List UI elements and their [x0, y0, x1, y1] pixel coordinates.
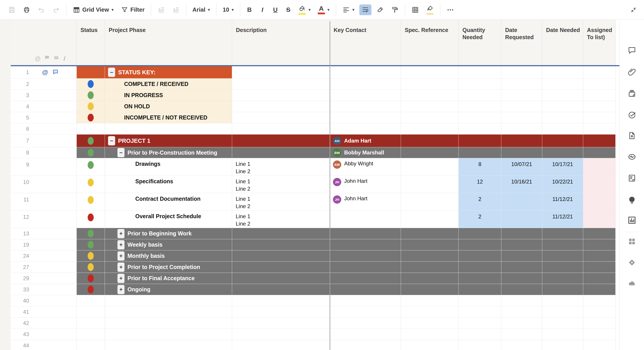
- cell-spec-reference[interactable]: [401, 295, 459, 306]
- row-handle[interactable]: 41: [11, 306, 77, 317]
- cell-status[interactable]: [77, 193, 105, 210]
- cell-date-needed[interactable]: [542, 250, 583, 261]
- cell-description[interactable]: [232, 228, 330, 239]
- cell-assigned-to[interactable]: [583, 250, 616, 261]
- cell-spec-reference[interactable]: [401, 135, 459, 147]
- row-handle[interactable]: 4: [11, 101, 77, 112]
- cell-date-needed[interactable]: [542, 273, 583, 284]
- cell-quantity-needed[interactable]: [459, 284, 501, 295]
- row-handle[interactable]: 1@: [11, 66, 77, 78]
- cell-assigned-to[interactable]: [583, 176, 616, 193]
- cell-status[interactable]: [77, 135, 105, 147]
- cell-assigned-to[interactable]: [583, 66, 616, 78]
- cell-spec-reference[interactable]: [401, 329, 459, 340]
- cell-date-needed[interactable]: 10/17/21: [542, 158, 583, 175]
- cell-spec-reference[interactable]: [401, 101, 459, 112]
- cell-status[interactable]: [77, 147, 105, 158]
- align-button[interactable]: ▾: [340, 5, 357, 15]
- cell-project-phase[interactable]: −Prior to Pre-Construction Meeting: [105, 147, 232, 158]
- cell-quantity-needed[interactable]: [459, 112, 501, 123]
- cell-assigned-to[interactable]: [583, 306, 616, 317]
- cell-assigned-to[interactable]: [583, 295, 616, 306]
- cell-description[interactable]: [232, 101, 330, 112]
- attachments-icon[interactable]: [628, 67, 636, 77]
- indent-button[interactable]: [170, 5, 182, 15]
- cell-date-needed[interactable]: [542, 329, 583, 340]
- row-handle[interactable]: 27: [11, 262, 77, 273]
- cell-assigned-to[interactable]: [583, 135, 616, 147]
- cell-date-needed[interactable]: 10/22/21: [542, 176, 583, 193]
- expand-row-button[interactable]: +: [118, 274, 124, 283]
- cell-description[interactable]: Line 1Line 2: [232, 158, 330, 175]
- row-handle[interactable]: 12: [11, 211, 77, 228]
- cell-project-phase[interactable]: INCOMPLETE / NOT RECEIVED: [105, 112, 232, 123]
- cell-key-contact[interactable]: [330, 79, 401, 90]
- cell-spec-reference[interactable]: [401, 193, 459, 210]
- row-handle[interactable]: 11: [11, 193, 77, 210]
- cell-date-requested[interactable]: [501, 66, 542, 78]
- view-selector-button[interactable]: Grid View▾: [70, 5, 116, 15]
- cell-quantity-needed[interactable]: 2: [459, 211, 501, 228]
- automations-icon[interactable]: [628, 111, 636, 120]
- cell-key-contact[interactable]: [330, 329, 401, 340]
- cell-description[interactable]: [232, 112, 330, 123]
- cell-assigned-to[interactable]: [583, 284, 616, 295]
- cell-key-contact[interactable]: [330, 273, 401, 284]
- cell-quantity-needed[interactable]: [459, 239, 501, 250]
- cell-description[interactable]: [232, 262, 330, 273]
- cell-description[interactable]: [232, 284, 330, 295]
- cell-spec-reference[interactable]: [401, 147, 459, 158]
- app-diamond-icon[interactable]: [628, 258, 636, 268]
- cell-project-phase[interactable]: −STATUS KEY:: [105, 66, 232, 78]
- cell-project-phase[interactable]: ON HOLD: [105, 101, 232, 112]
- cell-status[interactable]: [77, 306, 105, 317]
- cell-key-contact[interactable]: [330, 295, 401, 306]
- collapse-row-button[interactable]: −: [118, 148, 124, 157]
- cell-date-needed[interactable]: [542, 101, 583, 112]
- cell-status[interactable]: [77, 101, 105, 112]
- cell-status[interactable]: [77, 123, 105, 134]
- comment-icon[interactable]: [52, 69, 59, 76]
- cell-project-phase[interactable]: +Prior to Final Acceptance: [105, 273, 232, 284]
- cell-date-requested[interactable]: [501, 112, 542, 123]
- cell-status[interactable]: [77, 250, 105, 261]
- cell-date-requested[interactable]: [501, 329, 542, 340]
- cell-key-contact[interactable]: [330, 284, 401, 295]
- redo-button[interactable]: [50, 5, 62, 15]
- cell-spec-reference[interactable]: [401, 262, 459, 273]
- cell-spec-reference[interactable]: [401, 250, 459, 261]
- cell-description[interactable]: [232, 317, 330, 328]
- format-painter-button[interactable]: [389, 5, 401, 15]
- cell-key-contact[interactable]: [330, 211, 401, 228]
- cell-quantity-needed[interactable]: [459, 262, 501, 273]
- cell-quantity-needed[interactable]: [459, 306, 501, 317]
- column-header-dreq[interactable]: Date Requested: [501, 20, 542, 65]
- wrap-text-button[interactable]: [359, 5, 372, 15]
- collapse-toolbar-button[interactable]: [628, 5, 639, 15]
- cell-date-requested[interactable]: [501, 239, 542, 250]
- highlight-button[interactable]: [424, 3, 436, 16]
- clear-format-button[interactable]: [374, 5, 386, 15]
- cell-project-phase[interactable]: +Ongoing: [105, 284, 232, 295]
- text-color-button[interactable]: A▾: [316, 4, 332, 16]
- row-handle[interactable]: 24: [11, 250, 77, 261]
- cell-quantity-needed[interactable]: [459, 66, 501, 78]
- cell-assigned-to[interactable]: [583, 228, 616, 239]
- cell-description[interactable]: [232, 306, 330, 317]
- collapse-row-button[interactable]: −: [108, 68, 115, 77]
- cell-key-contact[interactable]: [330, 306, 401, 317]
- cell-date-requested[interactable]: 10/07/21: [501, 158, 542, 175]
- cell-status[interactable]: [77, 284, 105, 295]
- cell-date-needed[interactable]: [542, 90, 583, 101]
- cell-key-contact[interactable]: AWAbby Wright: [330, 158, 401, 175]
- cell-project-phase[interactable]: [105, 317, 232, 328]
- cell-date-requested[interactable]: [501, 306, 542, 317]
- cell-assigned-to[interactable]: [583, 239, 616, 250]
- column-header-phase[interactable]: Project Phase: [105, 20, 232, 65]
- cell-quantity-needed[interactable]: 12: [459, 176, 501, 193]
- cell-date-needed[interactable]: 11/12/21: [542, 193, 583, 210]
- row-handle[interactable]: 6: [11, 123, 77, 134]
- cell-status[interactable]: [77, 262, 105, 273]
- row-handle[interactable]: 7: [11, 135, 77, 147]
- cell-status[interactable]: [77, 228, 105, 239]
